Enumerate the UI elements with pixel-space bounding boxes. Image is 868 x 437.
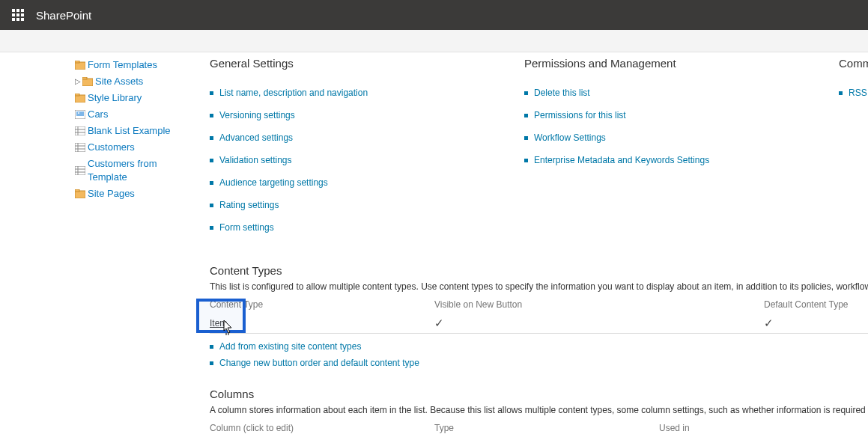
bullet-icon — [524, 136, 528, 140]
section-title: Permissions and Management — [524, 57, 794, 70]
folder-icon — [75, 93, 85, 103]
section-title: General Settings — [210, 57, 479, 70]
section-description: This list is configured to allow multipl… — [210, 281, 868, 292]
communications-column: Communications RSS settings — [839, 57, 868, 245]
general-settings-column: General Settings List name, description … — [210, 57, 479, 245]
svg-rect-2 — [21, 9, 24, 12]
settings-link[interactable]: Form settings — [210, 222, 479, 233]
svg-rect-3 — [12, 13, 15, 16]
bullet-icon — [210, 345, 213, 349]
list-icon — [75, 165, 85, 176]
suite-bar: SharePoint — [0, 0, 868, 30]
settings-link[interactable]: Versioning settings — [210, 110, 479, 120]
bullet-icon — [210, 136, 213, 140]
svg-rect-10 — [75, 61, 79, 63]
check-icon: ✓ — [764, 317, 774, 329]
table-header: Default Content Type — [764, 299, 868, 310]
settings-link[interactable]: Add from existing site content types — [210, 341, 868, 352]
sidebar-item-style-library[interactable]: Style Library — [75, 90, 195, 106]
settings-link[interactable]: Workflow Settings — [524, 132, 794, 143]
image-list-icon — [75, 109, 85, 120]
svg-point-17 — [78, 112, 79, 114]
list-icon — [75, 142, 85, 153]
sidebar-item-label[interactable]: Site Assets — [95, 75, 143, 88]
content-type-item-link[interactable]: Item — [210, 318, 227, 328]
content-types-section: Content Types This list is configured to… — [210, 264, 868, 368]
table-header: Column (click to edit) — [210, 423, 434, 433]
bullet-icon — [210, 114, 213, 117]
table-header: Type — [434, 423, 659, 433]
main-content: General Settings List name, description … — [195, 52, 868, 437]
table-header: Content Type — [210, 299, 434, 310]
bullet-icon — [839, 91, 843, 95]
sidebar-item-label[interactable]: Style Library — [88, 91, 142, 105]
permissions-column: Permissions and Management Delete this l… — [524, 57, 794, 245]
table-header: Used in — [659, 423, 868, 433]
sidebar-item-site-assets[interactable]: ▷ Site Assets — [75, 73, 195, 90]
sidebar-item-customers[interactable]: Customers — [75, 139, 195, 156]
sidebar-item-cars[interactable]: Cars — [75, 106, 195, 123]
svg-rect-22 — [75, 143, 85, 152]
sidebar-item-site-pages[interactable]: Site Pages — [75, 186, 195, 202]
table-header-row: Content Type Visible on New Button Defau… — [210, 299, 868, 313]
svg-rect-26 — [75, 166, 85, 175]
bullet-icon — [210, 204, 213, 207]
sidebar-item-form-templates[interactable]: Form Templates — [75, 57, 195, 73]
suite-title[interactable]: SharePoint — [36, 9, 91, 22]
svg-rect-0 — [12, 9, 15, 12]
sidebar-item-label[interactable]: Site Pages — [88, 187, 135, 201]
settings-link[interactable]: Validation settings — [210, 155, 479, 165]
settings-link[interactable]: Permissions for this list — [524, 110, 794, 120]
bullet-icon — [210, 226, 213, 230]
bullet-icon — [210, 361, 213, 365]
section-title: Content Types — [210, 264, 868, 277]
section-title: Communications — [839, 57, 868, 70]
svg-rect-18 — [75, 126, 85, 135]
svg-rect-8 — [21, 18, 24, 21]
svg-rect-12 — [82, 77, 87, 79]
settings-link[interactable]: Change new button order and default cont… — [210, 358, 868, 368]
sidebar-item-label[interactable]: Customers — [88, 141, 135, 154]
list-icon — [75, 126, 85, 136]
sidebar-item-label[interactable]: Customers from Template — [88, 157, 195, 184]
svg-rect-14 — [75, 94, 79, 96]
section-description: A column stores information about each i… — [210, 405, 868, 415]
folder-icon — [82, 76, 93, 87]
sidebar-item-label[interactable]: Cars — [88, 108, 108, 121]
app-launcher-icon[interactable] — [6, 3, 30, 27]
table-header-row: Column (click to edit) Type Used in — [210, 423, 868, 433]
bullet-icon — [210, 91, 213, 95]
sidebar-item-customers-template[interactable]: Customers from Template — [75, 156, 195, 186]
svg-rect-4 — [16, 13, 19, 16]
settings-link[interactable]: Rating settings — [210, 200, 479, 210]
settings-link[interactable]: Audience targeting settings — [210, 177, 479, 188]
bullet-icon — [524, 159, 528, 162]
tree-expand-icon[interactable]: ▷ — [75, 75, 82, 88]
settings-link[interactable]: Enterprise Metadata and Keywords Setting… — [524, 155, 794, 165]
section-title: Columns — [210, 388, 868, 400]
settings-link[interactable]: List name, description and navigation — [210, 88, 479, 98]
settings-link[interactable]: Advanced settings — [210, 132, 479, 143]
sidebar: Form Templates ▷ Site Assets Style Libra… — [0, 52, 195, 437]
svg-rect-16 — [76, 111, 84, 116]
svg-rect-1 — [16, 9, 19, 12]
content-type-row: Item ✓ ✓ — [210, 313, 868, 334]
table-header: Visible on New Button — [434, 299, 764, 310]
ribbon-area — [0, 30, 868, 52]
settings-link[interactable]: Delete this list — [524, 88, 794, 98]
columns-section: Columns A column stores information abou… — [210, 388, 868, 433]
folder-icon — [75, 60, 85, 70]
bullet-icon — [210, 181, 213, 185]
svg-rect-5 — [21, 13, 24, 16]
sidebar-item-label[interactable]: Blank List Example — [88, 124, 171, 138]
svg-rect-6 — [12, 18, 15, 21]
bullet-icon — [524, 91, 528, 95]
svg-rect-31 — [75, 189, 79, 192]
settings-link[interactable]: RSS settings — [839, 88, 868, 98]
folder-icon — [75, 189, 85, 199]
bullet-icon — [524, 114, 528, 117]
sidebar-item-blank-list[interactable]: Blank List Example — [75, 123, 195, 139]
svg-rect-7 — [16, 18, 19, 21]
sidebar-item-label[interactable]: Form Templates — [88, 58, 157, 72]
bullet-icon — [210, 159, 213, 162]
